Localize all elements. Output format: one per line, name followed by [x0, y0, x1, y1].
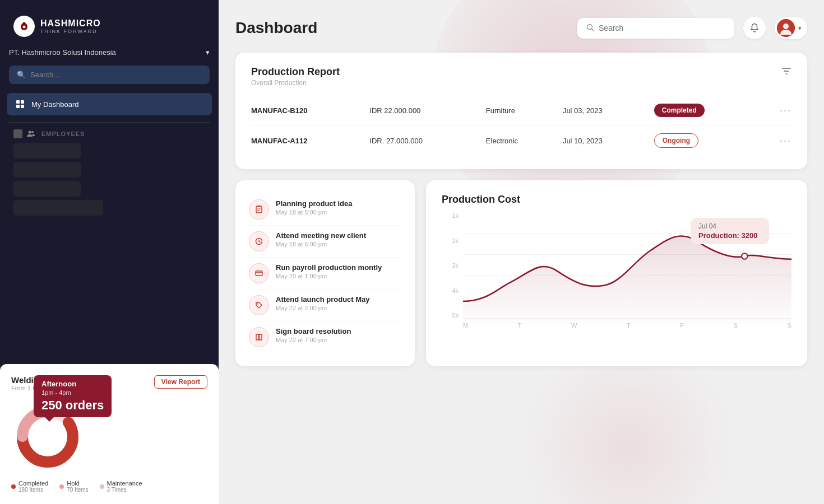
svg-line-20	[259, 241, 261, 242]
svg-point-25	[742, 253, 747, 259]
activities-card: Planning product idea May 18 at 5:00 pm …	[235, 180, 415, 366]
x-axis: M T W T F S S	[463, 322, 791, 335]
more-button[interactable]: ···	[780, 135, 791, 147]
status-badge: Completed	[654, 104, 705, 117]
activity-title: Run payroll production montly	[276, 263, 401, 272]
header: Dashboard	[235, 0, 807, 53]
notification-button[interactable]	[743, 17, 766, 39]
sidebar-item-dashboard[interactable]: My Dashboard	[7, 93, 212, 115]
legend-hold-label: Hold	[67, 480, 80, 487]
activity-info: Sign board resolution May 22 at 7:00 pm	[276, 327, 401, 343]
legend-maintenance-count: 3 Times	[107, 487, 142, 493]
activity-title: Planning product idea	[276, 199, 401, 208]
completed-dot	[11, 484, 16, 489]
row-status: Completed	[650, 96, 761, 125]
row-category: Furniture	[482, 96, 558, 125]
legend-completed-label: Completed	[18, 480, 48, 487]
activity-item: Attend meeting new client May 18 at 6:00…	[249, 226, 401, 258]
tooltip-arrow	[45, 417, 54, 422]
svg-rect-3	[16, 105, 20, 108]
report-table: MANUFAC-B120 IDR 22.000.000 Furniture Ju…	[251, 96, 791, 156]
x-label-s2: S	[788, 322, 791, 335]
tooltip-date: Jul 04	[698, 222, 761, 230]
tooltip-orders: 250 orders	[41, 398, 104, 413]
activity-icon	[249, 263, 269, 283]
table-row: MANUFAC-A112 IDR. 27.000.000 Electronic …	[251, 125, 791, 156]
legend-completed: Completed 180 Items	[11, 480, 48, 493]
y-label-2k: 2k	[442, 237, 459, 244]
chart-area: 5k 4k 3k 2k 1k	[442, 212, 791, 335]
user-menu-button[interactable]: ▾	[775, 17, 807, 39]
dashboard-icon	[15, 99, 26, 110]
activity-time: May 18 at 5:00 pm	[276, 209, 401, 216]
sidebar-divider	[9, 122, 210, 123]
tooltip-production-number: 3200	[742, 231, 758, 240]
report-card-subtitle: Overall Production	[251, 79, 340, 87]
donut-tooltip: Afternoon 1pm - 4pm 250 orders	[34, 375, 112, 417]
activity-info: Planning product idea May 18 at 5:00 pm	[276, 199, 401, 216]
production-cost-card: Production Cost 5k 4k 3k 2k 1k	[426, 180, 807, 366]
activity-icon	[249, 295, 269, 315]
search-box[interactable]	[577, 18, 734, 39]
activity-icon	[249, 199, 269, 220]
more-button[interactable]: ···	[780, 105, 791, 116]
cost-card-title: Production Cost	[442, 194, 791, 206]
legend-completed-count: 180 Items	[18, 487, 48, 493]
svg-rect-15	[258, 206, 261, 207]
sidebar-search-box[interactable]: 🔍	[9, 66, 210, 84]
search-icon	[586, 24, 594, 33]
activity-icon	[249, 327, 269, 347]
x-label-w: W	[571, 322, 577, 335]
main-search-input[interactable]	[599, 24, 725, 32]
header-right: ▾	[577, 17, 807, 39]
x-label-s1: S	[734, 322, 738, 335]
sidebar-logo: HASHMICRO THINK FORWARD	[0, 0, 219, 48]
row-more: ···	[761, 96, 791, 125]
svg-point-0	[23, 26, 26, 29]
sidebar-search-input[interactable]	[30, 71, 202, 79]
report-card-header: Production Report Overall Production	[251, 66, 791, 96]
logo-text: HASHMICRO THINK FORWARD	[40, 18, 101, 34]
activity-icon	[249, 231, 269, 251]
sidebar-placeholder-4	[13, 200, 103, 216]
bottom-card: Welding Machine From 1-6 Dec, 2020 View …	[0, 364, 219, 504]
sidebar-placeholder-3	[13, 181, 81, 197]
svg-rect-1	[16, 100, 20, 104]
svg-rect-21	[256, 271, 262, 276]
row-status: Ongoing	[650, 125, 761, 156]
row-id: MANUFAC-B120	[251, 96, 365, 125]
sidebar-dashboard-label: My Dashboard	[31, 100, 79, 109]
sidebar-section-employees: EMPLOYEES	[13, 129, 205, 138]
filter-button[interactable]	[781, 66, 791, 79]
user-chevron-icon: ▾	[798, 25, 802, 32]
company-chevron: ▾	[206, 48, 210, 57]
x-label-m: M	[463, 322, 468, 335]
sidebar: HASHMICRO THINK FORWARD PT. Hashmicroo S…	[0, 0, 219, 504]
logo-brand: HASHMICRO	[40, 18, 101, 29]
table-row: MANUFAC-B120 IDR 22.000.000 Furniture Ju…	[251, 96, 791, 125]
svg-rect-4	[21, 105, 24, 108]
sidebar-search-icon: 🔍	[17, 71, 26, 79]
employees-label: EMPLOYEES	[41, 130, 85, 137]
logo-tagline: THINK FORWARD	[40, 29, 101, 34]
view-report-button[interactable]: View Report	[154, 375, 207, 389]
activity-info: Attend meeting new client May 18 at 6:00…	[276, 231, 401, 248]
row-amount: IDR 22.000.000	[365, 96, 482, 125]
maintenance-dot	[100, 484, 104, 489]
row-more: ···	[761, 125, 791, 156]
row-amount: IDR. 27.000.000	[365, 125, 482, 156]
sidebar-placeholder-2	[13, 162, 81, 178]
main-content: Dashboard	[219, 0, 824, 504]
activity-item: Run payroll production montly May 20 at …	[249, 258, 401, 290]
y-label-4k: 4k	[442, 287, 459, 294]
x-label-f: F	[680, 322, 684, 335]
x-label-t2: T	[627, 322, 631, 335]
svg-point-5	[29, 131, 31, 134]
tooltip-time: 1pm - 4pm	[41, 389, 104, 396]
tooltip-production-value: Production: 3200	[698, 231, 761, 240]
y-label-1k: 1k	[442, 212, 459, 219]
company-selector[interactable]: PT. Hashmicroo Solusi Indonesia ▾	[9, 48, 210, 57]
svg-point-23	[257, 304, 258, 305]
donut-area: Afternoon 1pm - 4pm 250 orders	[11, 400, 207, 473]
report-card-title: Production Report	[251, 66, 340, 78]
